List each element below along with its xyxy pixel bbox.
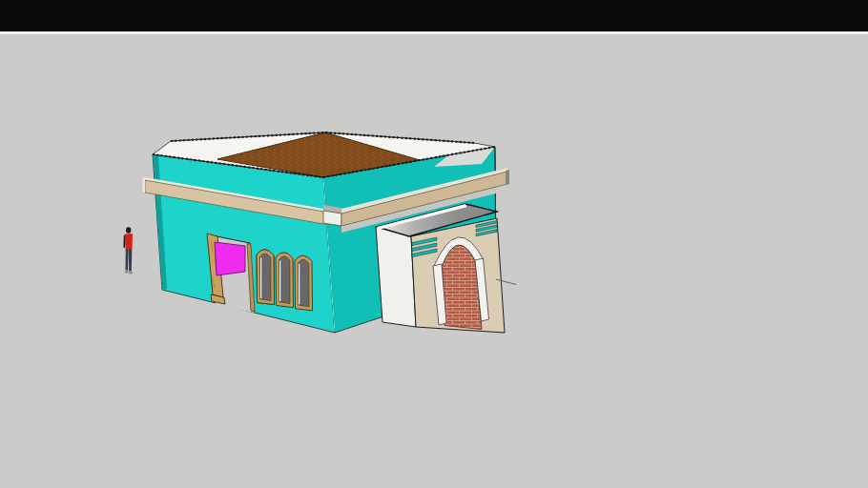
porch-left-wall xyxy=(376,227,416,327)
arched-window-3 xyxy=(295,255,313,311)
person-leg-right xyxy=(129,249,133,272)
open-door-panel xyxy=(215,242,245,275)
entry-doorway xyxy=(207,234,255,313)
orbit-viewport-canvas[interactable] xyxy=(0,0,868,488)
person-torso xyxy=(125,234,134,249)
person-head xyxy=(126,227,131,233)
person-foot-left xyxy=(125,271,129,273)
scale-person-figure xyxy=(123,227,133,274)
person-foot-right xyxy=(129,272,133,274)
arched-window-2 xyxy=(276,253,294,308)
house-3d-model xyxy=(123,132,516,333)
entry-porch xyxy=(376,204,505,333)
arched-window-1 xyxy=(257,250,275,305)
model-preview-stage xyxy=(0,0,868,488)
person-leg-left xyxy=(126,249,129,271)
cornice-corner-cap xyxy=(323,205,341,226)
